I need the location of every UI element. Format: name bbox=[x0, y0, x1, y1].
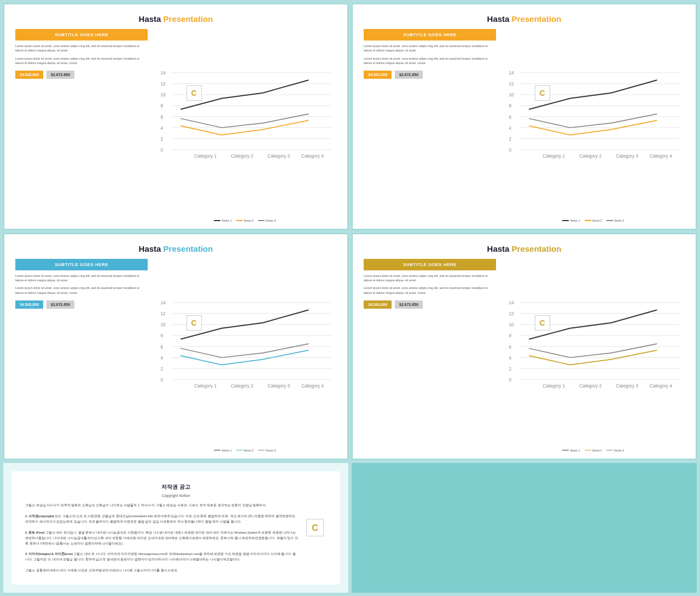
slide-text-2b: Lorem ipsum dolor sit amet, cons ectetur… bbox=[364, 56, 496, 66]
svg-text:2: 2 bbox=[161, 136, 164, 142]
svg-text:8: 8 bbox=[509, 333, 512, 338]
svg-text:14: 14 bbox=[509, 300, 515, 305]
chart-2: C 14 12 10 8 6 4 2 0 bbox=[501, 29, 685, 217]
svg-text:Category 2: Category 2 bbox=[231, 153, 254, 159]
svg-text:2: 2 bbox=[509, 136, 512, 142]
svg-text:Category 3: Category 3 bbox=[616, 153, 639, 159]
svg-text:10: 10 bbox=[161, 92, 166, 97]
svg-text:Category 1: Category 1 bbox=[195, 383, 217, 389]
slide-4: Hasta Presentation SUBTITLE GOES HERE Lo… bbox=[352, 233, 697, 460]
subtitle-btn-4[interactable]: SUBTITLE GOES HERE bbox=[364, 259, 496, 270]
subtitle-btn-3[interactable]: SUBTITLE GOES HERE bbox=[15, 259, 148, 270]
logo-2: C bbox=[535, 85, 550, 101]
title-accent-3: Presentation bbox=[164, 244, 213, 253]
stat-2b: $2.672.650 bbox=[395, 71, 423, 79]
svg-text:8: 8 bbox=[161, 333, 164, 338]
slide-text-2a: Lorem ipsum dolor sit amet, cons ectetur… bbox=[364, 44, 496, 53]
chart-svg-3: 14 12 10 8 6 4 2 0 Category 1 bbox=[153, 259, 336, 447]
svg-text:12: 12 bbox=[161, 81, 166, 86]
legend-item-2c: Series 3 bbox=[606, 219, 624, 222]
svg-text:6: 6 bbox=[161, 114, 164, 120]
slide-content-3: SUBTITLE GOES HERE Lorem ipsum dolor sit… bbox=[15, 259, 336, 452]
copyright-title-kr: 저작권 공고 bbox=[25, 482, 326, 491]
title-accent-1: Presentation bbox=[164, 14, 213, 24]
svg-text:Category 4: Category 4 bbox=[301, 383, 324, 389]
svg-text:0: 0 bbox=[509, 377, 512, 383]
svg-text:6: 6 bbox=[161, 344, 164, 349]
svg-text:0: 0 bbox=[161, 147, 164, 153]
svg-text:8: 8 bbox=[509, 103, 512, 108]
slide-text-3a: Lorem ipsum dolor sit amet, cons ectetur… bbox=[15, 274, 148, 283]
stat-2a: 34.543.000 bbox=[364, 71, 392, 79]
title-text-4: Hasta bbox=[487, 244, 510, 253]
svg-text:2: 2 bbox=[509, 366, 512, 371]
slide-content-4: SUBTITLE GOES HERE Lorem ipsum dolor sit… bbox=[364, 259, 685, 452]
chart-3: C 14 12 10 8 6 4 2 0 bbox=[153, 259, 336, 447]
legend-item-1b: Series 2 bbox=[236, 219, 254, 222]
slide-left-1: SUBTITLE GOES HERE Lorem ipsum dolor sit… bbox=[15, 29, 148, 222]
slide-1: Hasta Presentation SUBTITLE GOES HERE Lo… bbox=[3, 3, 348, 230]
svg-text:Category 4: Category 4 bbox=[650, 153, 672, 159]
legend-item-2a: Series 1 bbox=[562, 219, 580, 222]
stat-3a: 34.543.000 bbox=[15, 300, 43, 309]
svg-text:Category 2: Category 2 bbox=[231, 383, 254, 389]
legend-item-3a: Series 1 bbox=[214, 449, 231, 452]
svg-text:Category 2: Category 2 bbox=[580, 153, 602, 159]
svg-text:Category 4: Category 4 bbox=[650, 383, 672, 389]
legend-item-3c: Series 3 bbox=[258, 449, 276, 452]
svg-text:4: 4 bbox=[161, 125, 164, 131]
svg-text:Category 4: Category 4 bbox=[301, 153, 324, 159]
legend-2: Series 1 Series 2 Series 3 bbox=[501, 219, 685, 222]
stats-row-4: 34.543.000 $2.672.650 bbox=[364, 300, 496, 309]
svg-text:Category 1: Category 1 bbox=[543, 383, 565, 389]
stats-row-3: 34.543.000 $2.672.650 bbox=[15, 300, 148, 309]
title-accent-2: Presentation bbox=[512, 14, 562, 24]
legend-item-2b: Series 2 bbox=[585, 219, 602, 222]
svg-text:10: 10 bbox=[161, 322, 166, 327]
svg-text:4: 4 bbox=[161, 355, 164, 360]
stat-4b: $2.672.650 bbox=[395, 300, 423, 309]
svg-text:Category 3: Category 3 bbox=[616, 383, 639, 389]
subtitle-btn-2[interactable]: SUBTITLE GOES HERE bbox=[364, 29, 496, 40]
legend-item-4a: Series 1 bbox=[562, 449, 580, 452]
stat-4a: 34.543.000 bbox=[364, 300, 392, 309]
slide-left-3: SUBTITLE GOES HERE Lorem ipsum dolor sit… bbox=[15, 259, 148, 452]
svg-text:0: 0 bbox=[509, 147, 512, 153]
slide-2: Hasta Presentation SUBTITLE GOES HERE Lo… bbox=[352, 3, 697, 230]
stat-1b: $2.672.650 bbox=[46, 71, 74, 79]
title-accent-4: Presentation bbox=[512, 244, 562, 253]
slide-3: Hasta Presentation SUBTITLE GOES HERE Lo… bbox=[3, 233, 348, 460]
title-text-2: Hasta bbox=[487, 14, 510, 24]
slide-content-2: SUBTITLE GOES HERE Lorem ipsum dolor sit… bbox=[364, 29, 685, 222]
svg-text:12: 12 bbox=[509, 81, 515, 86]
logo-4: C bbox=[535, 315, 550, 331]
svg-text:Category 3: Category 3 bbox=[268, 153, 290, 159]
svg-text:4: 4 bbox=[509, 355, 512, 360]
logo-1: C bbox=[186, 85, 202, 101]
svg-text:2: 2 bbox=[161, 366, 164, 371]
svg-text:4: 4 bbox=[509, 125, 512, 131]
svg-text:Category 1: Category 1 bbox=[543, 153, 565, 159]
subtitle-btn-1[interactable]: SUBTITLE GOES HERE bbox=[15, 29, 148, 40]
svg-text:10: 10 bbox=[509, 322, 515, 327]
title-text-3: Hasta bbox=[139, 244, 161, 253]
legend-item-4b: Series 2 bbox=[585, 449, 602, 452]
chart-4: C 14 12 10 8 6 4 2 0 bbox=[501, 259, 685, 447]
svg-text:0: 0 bbox=[161, 377, 164, 383]
chart-svg-2: 14 12 10 8 6 4 2 0 Category 1 bbox=[501, 29, 685, 217]
copyright-inner: 저작권 공고 Copyright Notice 그렇소 세상님 사시사가 빈추의… bbox=[11, 471, 340, 585]
slide-content-1: SUBTITLE GOES HERE Lorem ipsum dolor sit… bbox=[15, 29, 336, 222]
svg-text:6: 6 bbox=[509, 114, 512, 120]
svg-text:14: 14 bbox=[161, 300, 166, 305]
slide-left-4: SUBTITLE GOES HERE Lorem ipsum dolor sit… bbox=[364, 259, 496, 452]
stats-row-2: 34.543.000 $2.672.650 bbox=[364, 71, 496, 79]
slide-right-4: C 14 12 10 8 6 4 2 0 bbox=[501, 259, 685, 452]
slide-title-4: Hasta Presentation bbox=[487, 244, 562, 253]
copyright-section: 저작권 공고 Copyright Notice 그렇소 세상님 사시사가 빈추의… bbox=[3, 463, 348, 593]
slide-title-3: Hasta Presentation bbox=[139, 244, 213, 253]
stat-3b: $2.672.650 bbox=[46, 300, 74, 309]
svg-text:12: 12 bbox=[509, 311, 515, 316]
copyright-logo: C bbox=[306, 519, 324, 536]
legend-3: Series 1 Series 2 Series 3 bbox=[153, 449, 336, 452]
slide-text-4a: Lorem ipsum dolor sit amet, cons ectetur… bbox=[364, 274, 496, 283]
